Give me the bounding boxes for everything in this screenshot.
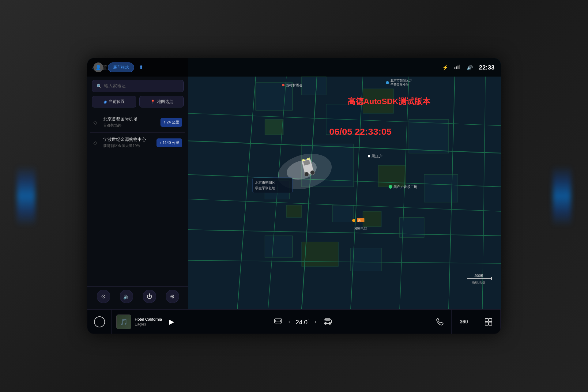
svg-text:学生军训基地: 学生军训基地 xyxy=(255,186,275,190)
svg-text:200米: 200米 xyxy=(474,274,483,277)
locations-list: ◇ 北京首都国际机场 首都机场路 ↑ 24 公里 ◇ 宁波世纪金源购物中心 xyxy=(87,112,188,286)
location-info: 北京首都国际机场 首都机场路 xyxy=(103,116,160,128)
svg-rect-2 xyxy=(302,77,326,95)
location-item[interactable]: ◇ 北京首都国际机场 首都机场路 ↑ 24 公里 xyxy=(90,112,185,133)
svg-text:西村村委会: 西村村委会 xyxy=(286,83,303,87)
search-placeholder: 输入家地址 xyxy=(104,83,126,89)
svg-point-44 xyxy=(389,185,392,189)
svg-rect-66 xyxy=(459,65,460,69)
temp-increase-button[interactable]: › xyxy=(315,318,317,325)
song-artist: Eagles xyxy=(135,322,165,326)
distance-button[interactable]: ↑ 1140 公里 xyxy=(156,138,182,147)
svg-text:共: 共 xyxy=(358,219,361,222)
svg-text:高德地图: 高德地图 xyxy=(472,281,485,284)
arrow-up-icon: ↑ xyxy=(160,141,161,145)
location-name: 宁波世纪金源购物中心 xyxy=(103,137,156,142)
climate-section: ‹ 24.0° › xyxy=(179,310,427,334)
temp-decrease-button[interactable]: ‹ xyxy=(288,318,290,325)
svg-rect-64 xyxy=(456,66,457,69)
top-bar-right: ⚡ 🔊 22:33 xyxy=(442,64,495,71)
svg-rect-77 xyxy=(485,322,488,325)
svg-point-46 xyxy=(352,219,355,222)
location-info: 宁波世纪金源购物中心 前湾新区金源大道19号 xyxy=(103,137,156,149)
svg-rect-17 xyxy=(351,248,381,271)
grid-layout-button[interactable] xyxy=(476,310,501,334)
svg-rect-8 xyxy=(378,165,406,187)
arrow-up-icon: ↑ xyxy=(164,120,165,124)
svg-text:高德AutoSDK测试版本: 高德AutoSDK测试版本 xyxy=(348,97,431,106)
location-dot-blue: ◉ xyxy=(104,100,107,104)
power-button[interactable]: ⏻ xyxy=(143,290,156,303)
place-icon: ◇ xyxy=(93,140,100,146)
360-view-button[interactable]: 360 xyxy=(452,310,476,334)
map-select-label: 地图选点 xyxy=(157,99,173,104)
location-addr: 首都机场路 xyxy=(103,123,160,128)
search-box[interactable]: 🔍 输入家地址 xyxy=(92,80,184,92)
svg-rect-75 xyxy=(485,318,488,322)
distance-button[interactable]: ↑ 24 公里 xyxy=(160,118,182,127)
svg-rect-68 xyxy=(276,320,281,322)
svg-text:黑庄户音乐广场: 黑庄户音乐广场 xyxy=(394,185,417,189)
camera-button[interactable]: ⊙ xyxy=(97,290,110,303)
signal-icon xyxy=(454,64,461,70)
main-screen: 高德AutoSDK测试版本 06/05 22:33:05 黑庄户 黑庄户音乐广场… xyxy=(87,58,501,334)
svg-text:子警民族小学: 子警民族小学 xyxy=(390,83,409,86)
bottom-bar: 🎵 Hotel California Eagles ▶ xyxy=(87,309,501,334)
volume-icon[interactable]: 🔊 xyxy=(467,65,473,70)
svg-text:黑庄户: 黑庄户 xyxy=(371,154,383,158)
location-name: 北京首都国际机场 xyxy=(103,116,160,122)
music-info: Hotel California Eagles xyxy=(135,317,165,326)
map-select-button[interactable]: 📍 地图选点 xyxy=(139,96,184,107)
home-circle-icon xyxy=(94,316,105,327)
svg-rect-3 xyxy=(265,119,283,135)
album-art: 🎵 xyxy=(116,315,131,329)
home-button[interactable] xyxy=(87,310,112,334)
svg-rect-16 xyxy=(302,242,338,266)
top-bar-left: 👤 展车模式 ⬆ xyxy=(93,62,143,72)
car-background: 高德AutoSDK测试版本 06/05 22:33:05 黑庄户 黑庄户音乐广场… xyxy=(0,0,588,392)
svg-rect-76 xyxy=(489,318,492,322)
locate-button[interactable]: ⊕ xyxy=(166,290,179,303)
clock-display: 22:33 xyxy=(479,64,495,71)
svg-text:北京市朝阳区: 北京市朝阳区 xyxy=(255,181,275,184)
location-item[interactable]: ◇ 宁波世纪金源购物中心 前湾新区金源大道19号 ↑ 1140 公里 xyxy=(90,133,185,153)
user-avatar[interactable]: 👤 xyxy=(93,62,103,72)
svg-point-56 xyxy=(282,84,285,86)
current-location-button[interactable]: ◉ 当前位置 xyxy=(92,96,136,107)
temperature-display: 24.0° xyxy=(293,318,312,326)
svg-rect-11 xyxy=(286,205,302,217)
svg-rect-78 xyxy=(489,322,492,325)
svg-text:北京市朝阳区万: 北京市朝阳区万 xyxy=(390,79,412,82)
svg-point-42 xyxy=(368,155,370,157)
svg-rect-13 xyxy=(363,211,381,227)
location-buttons: ◉ 当前位置 📍 地图选点 xyxy=(92,96,184,107)
svg-rect-63 xyxy=(454,67,455,69)
svg-text:06/05 22:33:05: 06/05 22:33:05 xyxy=(329,126,392,137)
current-location-label: 当前位置 xyxy=(109,99,125,104)
temperature-control: ‹ 24.0° › xyxy=(288,318,317,326)
top-bar: 👤 展车模式 ⬆ ⚡ 🔊 22:33 xyxy=(87,58,501,77)
mode-button[interactable]: 展车模式 xyxy=(108,62,134,72)
navigation-icon[interactable]: ⬆ xyxy=(139,64,143,71)
svg-rect-15 xyxy=(265,236,292,257)
distance-text: 24 公里 xyxy=(167,120,179,125)
svg-text:国家电网: 国家电网 xyxy=(354,227,367,230)
bluetooth-icon: ⚡ xyxy=(442,65,448,70)
car-front-icon[interactable] xyxy=(323,317,333,326)
panel-bottom-controls: ⊙ 🔈 ⏻ ⊕ xyxy=(87,286,188,306)
svg-rect-9 xyxy=(424,175,458,202)
bottom-right-icons: 360 xyxy=(427,310,501,334)
ac-icon[interactable] xyxy=(274,318,282,326)
location-addr: 前湾新区金源大道19号 xyxy=(103,143,156,149)
svg-point-53 xyxy=(386,81,389,84)
distance-text: 1140 公里 xyxy=(163,140,179,145)
svg-rect-65 xyxy=(458,66,458,69)
location-dot-red: 📍 xyxy=(150,100,155,104)
phone-button[interactable] xyxy=(427,310,452,334)
volume-button[interactable]: 🔈 xyxy=(120,290,133,303)
play-button[interactable]: ▶ xyxy=(169,318,174,326)
left-panel: ‹ 设置家地址 🔍 输入家地址 ◉ 当前位置 📍 地图选点 xyxy=(87,58,188,309)
led-strip-left xyxy=(17,165,35,227)
svg-rect-12 xyxy=(332,205,354,222)
svg-rect-7 xyxy=(409,119,449,153)
